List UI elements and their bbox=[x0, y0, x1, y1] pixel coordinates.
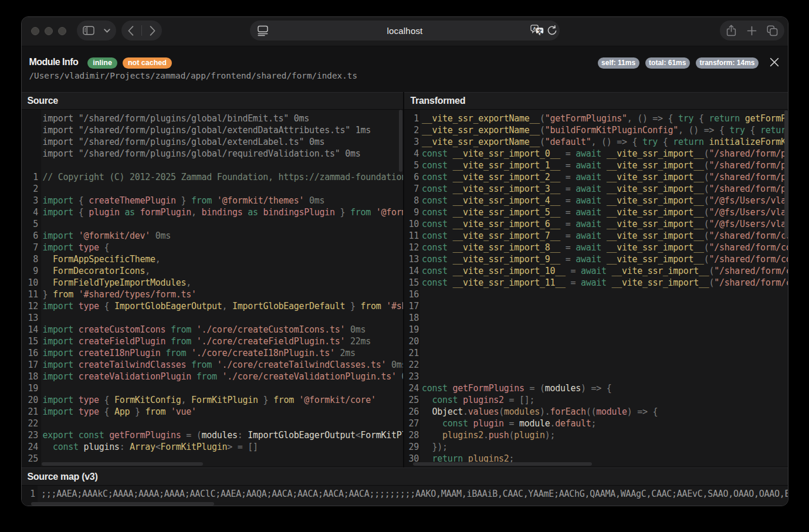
code-token: , () => { bbox=[627, 113, 678, 124]
traffic-light-close-button[interactable] bbox=[31, 27, 39, 35]
line-number: 6 bbox=[22, 230, 38, 242]
svg-text:A: A bbox=[533, 26, 536, 31]
code-token: __vite_ssr_import_6__ bbox=[448, 219, 560, 229]
code-line: 9const __vite_ssr_import_5__ = await __v… bbox=[404, 206, 788, 218]
line-number: 23 bbox=[22, 429, 38, 441]
code-panels: Source import "/shared/form/plugins/glob… bbox=[22, 92, 788, 467]
browser-window: localhost A文 Module Info inlinenot cache… bbox=[21, 16, 788, 506]
traffic-light-minimize-button[interactable] bbox=[45, 27, 53, 35]
code-token: FormKitConfig bbox=[114, 395, 181, 405]
code-token: from bbox=[165, 336, 191, 347]
code-line: 1__vite_ssr_exportName__("getFormPlugins… bbox=[404, 113, 788, 124]
code-token: ( bbox=[704, 160, 709, 171]
code-token: const bbox=[422, 266, 448, 276]
code-line: 5 bbox=[22, 218, 403, 230]
code-token: forEach bbox=[550, 406, 586, 417]
code-line: 18import createValidationPlugin from './… bbox=[22, 371, 403, 382]
address-bar[interactable]: localhost A文 bbox=[250, 21, 560, 40]
code-line: 20import type { FormKitConfig, FormKitPl… bbox=[22, 394, 403, 406]
code-line: 27 const plugin = module.default; bbox=[404, 418, 788, 429]
code-token: ( bbox=[540, 125, 545, 135]
code-token: bindings bbox=[202, 207, 243, 218]
source-horizontal-scrollbar[interactable] bbox=[42, 462, 203, 466]
code-token: const bbox=[422, 242, 448, 253]
close-button[interactable] bbox=[769, 57, 780, 67]
url-text[interactable]: localhost bbox=[250, 26, 560, 36]
code-line: 11} from '#shared/types/form.ts' bbox=[22, 289, 403, 300]
code-token: , () => { bbox=[678, 125, 729, 135]
code-token: . bbox=[463, 406, 468, 417]
code-token: return bbox=[673, 137, 703, 147]
code-token: 22ms bbox=[345, 336, 371, 347]
line-number: 16 bbox=[404, 289, 419, 300]
share-button[interactable] bbox=[726, 25, 736, 37]
code-line: 8 FormAppSpecificTheme, bbox=[22, 253, 403, 265]
transformed-vertical-scrollbar[interactable] bbox=[784, 110, 788, 238]
line-number: 26 bbox=[404, 406, 419, 418]
code-token: ( bbox=[704, 184, 709, 194]
source-code[interactable]: import "/shared/form/plugins/global/bind… bbox=[22, 110, 403, 466]
code-token: // Copyright (C) 2012-2025 Zammad Founda… bbox=[43, 172, 404, 182]
sourcemap-horizontal-scrollbar[interactable] bbox=[31, 502, 214, 506]
line-number: 3 bbox=[22, 195, 38, 206]
source-vertical-scrollbar[interactable] bbox=[399, 110, 402, 172]
line-number: 25 bbox=[404, 394, 419, 406]
code-token: module bbox=[596, 406, 627, 417]
code-token: './core/createTailwindClasses.ts' bbox=[212, 360, 386, 370]
code-token: { bbox=[73, 207, 89, 218]
code-token: __vite_ssr_import_8__ bbox=[448, 242, 560, 253]
code-token: await bbox=[576, 254, 601, 265]
code-token: __vite_ssr_import_9__ bbox=[448, 254, 560, 265]
line-number: 5 bbox=[22, 218, 38, 230]
line-number: 29 bbox=[404, 441, 419, 453]
code-line: 7const __vite_ssr_import_3__ = await __v… bbox=[404, 183, 788, 195]
forward-button[interactable] bbox=[150, 26, 155, 36]
code-token: FormDecoratorIcons bbox=[43, 266, 145, 276]
line-number: 18 bbox=[404, 312, 419, 324]
line-number: 10 bbox=[404, 218, 419, 230]
module-info-header: Module Info inlinenot cached self: 11mst… bbox=[22, 46, 788, 92]
traffic-light-zoom-button[interactable] bbox=[58, 27, 66, 35]
code-token: type bbox=[73, 406, 99, 417]
code-token: "/shared/form/plugins/global/requiredVal… bbox=[709, 184, 788, 194]
badge-not-cached: not cached bbox=[123, 57, 172, 69]
line-number: 13 bbox=[404, 253, 419, 265]
code-blank-line bbox=[22, 160, 403, 171]
tab-overview-button[interactable] bbox=[767, 25, 778, 36]
code-token: __vite_ssr_import__ bbox=[601, 195, 704, 206]
new-tab-button[interactable] bbox=[747, 26, 757, 36]
code-token: __vite_ssr_import__ bbox=[601, 242, 704, 253]
code-line: 24 const plugins: Array<FormKitPlugin> =… bbox=[22, 441, 403, 453]
code-token: Array bbox=[130, 442, 155, 452]
code-token: , bbox=[181, 395, 191, 405]
reload-icon[interactable] bbox=[547, 25, 557, 36]
back-button[interactable] bbox=[128, 26, 134, 36]
line-number: 20 bbox=[404, 336, 419, 347]
transformed-horizontal-scrollbar[interactable] bbox=[413, 462, 592, 466]
transformed-code[interactable]: 1__vite_ssr_exportName__("getFormPlugins… bbox=[404, 110, 788, 466]
code-token: ( bbox=[704, 219, 709, 229]
code-token: 0ms bbox=[386, 360, 403, 370]
code-line: 20 bbox=[404, 336, 788, 347]
code-token: __vite_ssr_exportName__ bbox=[422, 113, 540, 124]
code-token: try bbox=[678, 113, 693, 124]
badge-inline: inline bbox=[87, 57, 117, 69]
translate-icon[interactable]: A文 bbox=[530, 25, 544, 37]
code-token: { bbox=[73, 195, 89, 206]
source-code-rows: import "/shared/form/plugins/global/bind… bbox=[22, 110, 403, 465]
code-token: __vite_ssr_import__ bbox=[601, 160, 704, 171]
code-token: const bbox=[422, 160, 448, 171]
code-token: await bbox=[576, 219, 601, 229]
sidebar-toggle-button[interactable] bbox=[77, 21, 116, 40]
code-token: { bbox=[99, 395, 114, 405]
sourcemap-panel-header: Source map (v3) bbox=[22, 467, 788, 486]
code-line: 15import createFieldPlugin from './core/… bbox=[22, 336, 403, 347]
code-token: __vite_ssr_import__ bbox=[601, 184, 704, 194]
source-panel: Source import "/shared/form/plugins/glob… bbox=[22, 92, 404, 467]
code-token: ) => { bbox=[581, 383, 611, 394]
code-token: createI18nPlugin bbox=[73, 348, 161, 358]
page-format-icon[interactable] bbox=[257, 25, 269, 36]
line-number: 5 bbox=[404, 160, 419, 171]
code-token: export const bbox=[43, 430, 104, 440]
code-token: await bbox=[576, 242, 601, 253]
